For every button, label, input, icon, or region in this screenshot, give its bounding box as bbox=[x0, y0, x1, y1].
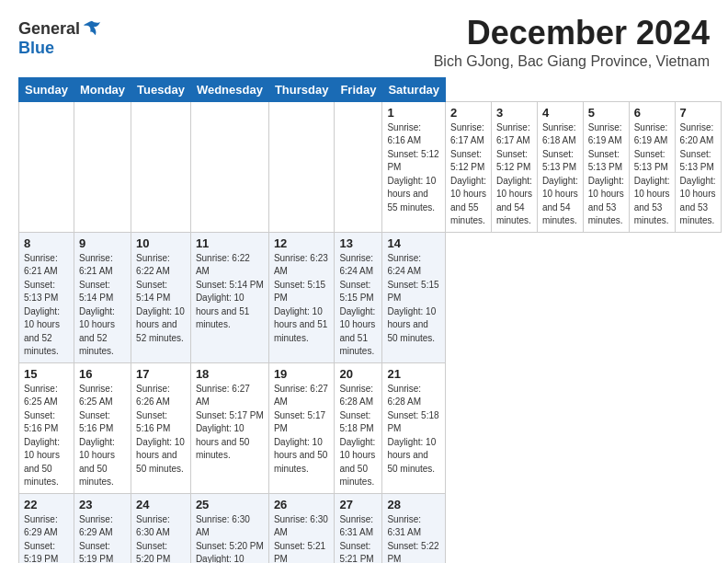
month-title: December 2024 bbox=[434, 15, 710, 52]
table-row: 16Sunrise: 6:25 AMSunset: 5:16 PMDayligh… bbox=[74, 362, 131, 493]
table-row bbox=[74, 101, 131, 232]
day-info: Sunrise: 6:24 AMSunset: 5:15 PMDaylight:… bbox=[339, 252, 377, 359]
day-info: Sunrise: 6:18 AMSunset: 5:13 PMDaylight:… bbox=[542, 121, 578, 228]
day-info: Sunrise: 6:23 AMSunset: 5:15 PMDaylight:… bbox=[274, 252, 330, 346]
page-header: General Blue December 2024 Bich GJong, B… bbox=[18, 15, 710, 70]
table-row bbox=[19, 101, 74, 232]
day-number: 10 bbox=[136, 236, 186, 250]
calendar-table: Sunday Monday Tuesday Wednesday Thursday… bbox=[18, 77, 722, 563]
day-number: 15 bbox=[24, 367, 69, 381]
table-row: 1Sunrise: 6:16 AMSunset: 5:12 PMDaylight… bbox=[382, 101, 446, 232]
table-row: 12Sunrise: 6:23 AMSunset: 5:15 PMDayligh… bbox=[268, 232, 335, 362]
table-row: 27Sunrise: 6:31 AMSunset: 5:21 PMDayligh… bbox=[335, 493, 382, 563]
day-info: Sunrise: 6:25 AMSunset: 5:16 PMDaylight:… bbox=[79, 383, 126, 489]
day-info: Sunrise: 6:30 AMSunset: 5:20 PMDaylight:… bbox=[196, 513, 264, 563]
day-number: 20 bbox=[339, 367, 377, 381]
day-info: Sunrise: 6:17 AMSunset: 5:12 PMDaylight:… bbox=[496, 121, 532, 228]
table-row bbox=[190, 101, 268, 232]
day-info: Sunrise: 6:27 AMSunset: 5:17 PMDaylight:… bbox=[196, 383, 264, 463]
day-info: Sunrise: 6:28 AMSunset: 5:18 PMDaylight:… bbox=[387, 383, 440, 477]
calendar-week-row: 22Sunrise: 6:29 AMSunset: 5:19 PMDayligh… bbox=[19, 493, 722, 563]
day-info: Sunrise: 6:22 AMSunset: 5:14 PMDaylight:… bbox=[136, 252, 186, 346]
table-row: 22Sunrise: 6:29 AMSunset: 5:19 PMDayligh… bbox=[19, 493, 74, 563]
table-row: 5Sunrise: 6:19 AMSunset: 5:13 PMDaylight… bbox=[583, 101, 629, 232]
table-row: 28Sunrise: 6:31 AMSunset: 5:22 PMDayligh… bbox=[382, 493, 446, 563]
day-info: Sunrise: 6:29 AMSunset: 5:19 PMDaylight:… bbox=[79, 513, 126, 563]
logo-general-text: General bbox=[18, 19, 80, 39]
day-info: Sunrise: 6:22 AMSunset: 5:14 PMDaylight:… bbox=[196, 252, 264, 332]
day-info: Sunrise: 6:30 AMSunset: 5:20 PMDaylight:… bbox=[136, 513, 186, 563]
day-info: Sunrise: 6:17 AMSunset: 5:12 PMDaylight:… bbox=[450, 121, 486, 228]
day-number: 6 bbox=[634, 106, 670, 120]
day-number: 3 bbox=[496, 106, 532, 120]
day-info: Sunrise: 6:31 AMSunset: 5:22 PMDaylight:… bbox=[387, 513, 440, 563]
calendar-header-row: Sunday Monday Tuesday Wednesday Thursday… bbox=[19, 77, 722, 101]
day-info: Sunrise: 6:20 AMSunset: 5:13 PMDaylight:… bbox=[680, 121, 716, 228]
day-number: 14 bbox=[387, 236, 440, 250]
day-info: Sunrise: 6:26 AMSunset: 5:16 PMDaylight:… bbox=[136, 383, 186, 477]
table-row: 3Sunrise: 6:17 AMSunset: 5:12 PMDaylight… bbox=[491, 101, 537, 232]
day-number: 8 bbox=[24, 236, 69, 250]
day-info: Sunrise: 6:28 AMSunset: 5:18 PMDaylight:… bbox=[339, 383, 377, 489]
col-friday: Friday bbox=[335, 77, 382, 101]
table-row: 4Sunrise: 6:18 AMSunset: 5:13 PMDaylight… bbox=[537, 101, 583, 232]
table-row: 6Sunrise: 6:19 AMSunset: 5:13 PMDaylight… bbox=[629, 101, 675, 232]
day-info: Sunrise: 6:31 AMSunset: 5:21 PMDaylight:… bbox=[339, 513, 377, 563]
table-row: 8Sunrise: 6:21 AMSunset: 5:13 PMDaylight… bbox=[19, 232, 74, 362]
col-tuesday: Tuesday bbox=[131, 77, 191, 101]
table-row: 2Sunrise: 6:17 AMSunset: 5:12 PMDaylight… bbox=[446, 101, 492, 232]
day-number: 28 bbox=[387, 498, 440, 511]
day-number: 11 bbox=[196, 236, 264, 250]
table-row: 21Sunrise: 6:28 AMSunset: 5:18 PMDayligh… bbox=[382, 362, 446, 493]
col-monday: Monday bbox=[74, 77, 131, 101]
table-row: 10Sunrise: 6:22 AMSunset: 5:14 PMDayligh… bbox=[131, 232, 191, 362]
day-number: 25 bbox=[196, 498, 264, 511]
table-row: 17Sunrise: 6:26 AMSunset: 5:16 PMDayligh… bbox=[131, 362, 191, 493]
day-number: 16 bbox=[79, 367, 126, 381]
day-number: 19 bbox=[274, 367, 330, 381]
day-number: 23 bbox=[79, 498, 126, 511]
table-row bbox=[335, 101, 382, 232]
table-row: 19Sunrise: 6:27 AMSunset: 5:17 PMDayligh… bbox=[268, 362, 335, 493]
day-number: 2 bbox=[450, 106, 486, 120]
calendar-week-row: 1Sunrise: 6:16 AMSunset: 5:12 PMDaylight… bbox=[19, 101, 722, 232]
location-subtitle: Bich GJong, Bac Giang Province, Vietnam bbox=[434, 53, 710, 70]
table-row: 23Sunrise: 6:29 AMSunset: 5:19 PMDayligh… bbox=[74, 493, 131, 563]
col-thursday: Thursday bbox=[268, 77, 335, 101]
table-row: 24Sunrise: 6:30 AMSunset: 5:20 PMDayligh… bbox=[131, 493, 191, 563]
table-row: 25Sunrise: 6:30 AMSunset: 5:20 PMDayligh… bbox=[190, 493, 268, 563]
day-info: Sunrise: 6:21 AMSunset: 5:13 PMDaylight:… bbox=[24, 252, 69, 359]
day-number: 5 bbox=[588, 106, 624, 120]
table-row: 9Sunrise: 6:21 AMSunset: 5:14 PMDaylight… bbox=[74, 232, 131, 362]
table-row: 11Sunrise: 6:22 AMSunset: 5:14 PMDayligh… bbox=[190, 232, 268, 362]
day-number: 12 bbox=[274, 236, 330, 250]
col-sunday: Sunday bbox=[19, 77, 74, 101]
title-section: December 2024 Bich GJong, Bac Giang Prov… bbox=[434, 15, 710, 70]
day-info: Sunrise: 6:25 AMSunset: 5:16 PMDaylight:… bbox=[24, 383, 69, 489]
table-row: 26Sunrise: 6:30 AMSunset: 5:21 PMDayligh… bbox=[268, 493, 335, 563]
day-number: 18 bbox=[196, 367, 264, 381]
day-number: 21 bbox=[387, 367, 440, 381]
table-row: 18Sunrise: 6:27 AMSunset: 5:17 PMDayligh… bbox=[190, 362, 268, 493]
day-info: Sunrise: 6:24 AMSunset: 5:15 PMDaylight:… bbox=[387, 252, 440, 346]
table-row bbox=[131, 101, 191, 232]
table-row: 20Sunrise: 6:28 AMSunset: 5:18 PMDayligh… bbox=[335, 362, 382, 493]
table-row: 7Sunrise: 6:20 AMSunset: 5:13 PMDaylight… bbox=[675, 101, 721, 232]
col-wednesday: Wednesday bbox=[190, 77, 268, 101]
calendar-week-row: 8Sunrise: 6:21 AMSunset: 5:13 PMDaylight… bbox=[19, 232, 722, 362]
day-number: 4 bbox=[542, 106, 578, 120]
table-row bbox=[268, 101, 335, 232]
day-number: 24 bbox=[136, 498, 186, 511]
day-number: 22 bbox=[24, 498, 69, 511]
day-info: Sunrise: 6:19 AMSunset: 5:13 PMDaylight:… bbox=[588, 121, 624, 228]
calendar-page: General Blue December 2024 Bich GJong, B… bbox=[0, 0, 728, 563]
day-number: 9 bbox=[79, 236, 126, 250]
day-info: Sunrise: 6:27 AMSunset: 5:17 PMDaylight:… bbox=[274, 383, 330, 477]
table-row: 15Sunrise: 6:25 AMSunset: 5:16 PMDayligh… bbox=[19, 362, 74, 493]
day-info: Sunrise: 6:30 AMSunset: 5:21 PMDaylight:… bbox=[274, 513, 330, 563]
day-info: Sunrise: 6:16 AMSunset: 5:12 PMDaylight:… bbox=[387, 121, 440, 215]
logo-blue-text: Blue bbox=[18, 39, 54, 58]
day-number: 13 bbox=[339, 236, 377, 250]
day-info: Sunrise: 6:29 AMSunset: 5:19 PMDaylight:… bbox=[24, 513, 69, 563]
day-number: 7 bbox=[680, 106, 716, 120]
